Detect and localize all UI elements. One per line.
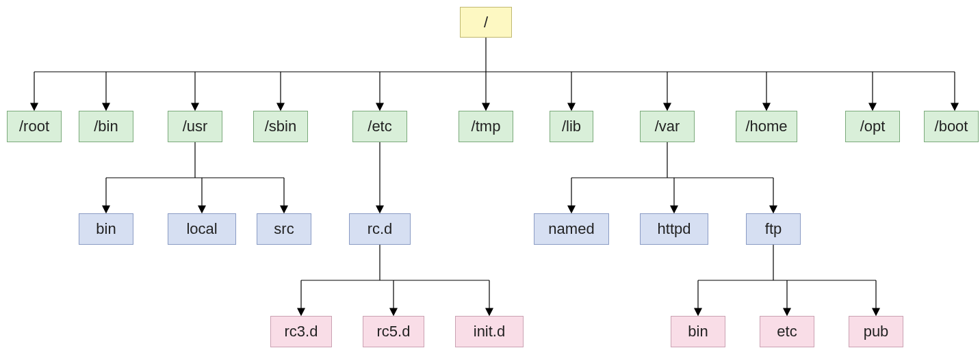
node-usr-local: local: [168, 213, 236, 245]
node-label: /tmp: [472, 118, 501, 135]
node-usr-bin: bin: [79, 213, 133, 245]
node-label: local: [186, 220, 217, 238]
node-label: ftp: [765, 220, 782, 238]
node-ftp-etc: etc: [760, 316, 814, 347]
node-label: etc: [777, 323, 797, 340]
node-ftp-pub: pub: [849, 316, 903, 347]
node-var-httpd: httpd: [640, 213, 708, 245]
node-label: bin: [96, 220, 116, 238]
node-var-named: named: [534, 213, 609, 245]
node-label: rc3.d: [285, 323, 318, 340]
filesystem-tree-diagram: / /root /bin /usr /sbin /etc /tmp /lib /…: [0, 0, 980, 361]
node-label: /usr: [183, 118, 208, 135]
node-usr-src: src: [257, 213, 311, 245]
node-sbin: /sbin: [253, 111, 308, 142]
node-label: /bin: [94, 118, 118, 135]
node-lib: /lib: [550, 111, 593, 142]
node-var: /var: [640, 111, 695, 142]
node-rc3d: rc3.d: [270, 316, 332, 347]
node-root-slash: /: [460, 7, 512, 38]
node-label: httpd: [658, 220, 691, 238]
node-etc-rcd: rc.d: [349, 213, 411, 245]
node-label: /etc: [368, 118, 391, 135]
node-home: /home: [736, 111, 797, 142]
node-boot: /boot: [924, 111, 979, 142]
node-label: /var: [655, 118, 680, 135]
node-label: /: [484, 14, 488, 31]
node-ftp-bin: bin: [671, 316, 725, 347]
node-root: /root: [7, 111, 62, 142]
connector-lines: [0, 0, 980, 361]
node-etc: /etc: [352, 111, 407, 142]
node-rc5d: rc5.d: [363, 316, 424, 347]
node-label: /boot: [935, 118, 968, 135]
node-label: /sbin: [265, 118, 296, 135]
node-bin: /bin: [79, 111, 133, 142]
node-opt: /opt: [845, 111, 900, 142]
node-label: /opt: [860, 118, 886, 135]
node-tmp: /tmp: [459, 111, 513, 142]
node-usr: /usr: [168, 111, 222, 142]
node-label: /lib: [562, 118, 581, 135]
node-label: rc5.d: [377, 323, 411, 340]
node-label: src: [274, 220, 294, 238]
node-var-ftp: ftp: [746, 213, 801, 245]
node-label: named: [548, 220, 594, 238]
node-label: init.d: [474, 323, 505, 340]
node-label: bin: [688, 323, 708, 340]
node-initd: init.d: [455, 316, 524, 347]
node-label: pub: [864, 323, 889, 340]
node-label: rc.d: [368, 220, 393, 238]
node-label: /root: [19, 118, 49, 135]
node-label: /home: [745, 118, 787, 135]
